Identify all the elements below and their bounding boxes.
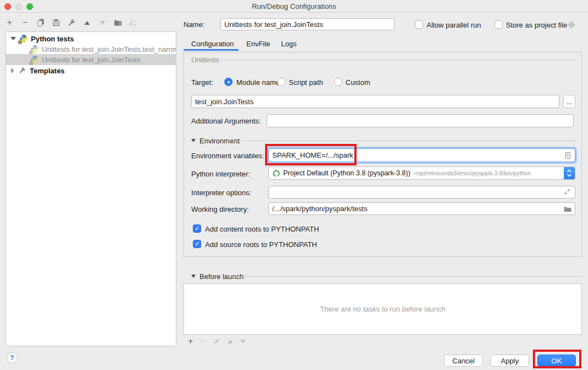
svg-text:z: z xyxy=(134,23,136,27)
radio-custom-label[interactable]: Custom xyxy=(346,78,370,87)
chevron-down-icon[interactable] xyxy=(10,37,16,40)
additional-arguments-label: Additional Arguments: xyxy=(191,117,261,125)
radio-script-path-label[interactable]: Script path xyxy=(289,78,323,87)
apply-button[interactable]: Apply xyxy=(490,355,529,367)
active-tab-indicator xyxy=(184,49,239,51)
tree-item-templates[interactable]: Templates xyxy=(6,65,176,76)
add-task-button[interactable]: + xyxy=(188,337,193,346)
remove-task-button: − xyxy=(200,337,205,346)
tree-item-python-tests[interactable]: Python tests xyxy=(6,33,176,44)
radio-module-name-label[interactable]: Module name xyxy=(236,78,280,87)
tree-item-label: Unittests for test_join.JoinTests.test_n… xyxy=(42,45,176,53)
environment-variables-value: SPARK_HOME=/.../spark xyxy=(272,151,353,159)
radio-custom[interactable] xyxy=(334,78,342,86)
module-name-input[interactable]: test_join.JoinTests xyxy=(191,95,559,108)
module-name-value: test_join.JoinTests xyxy=(195,98,253,106)
browse-module-button[interactable]: ... xyxy=(563,95,575,108)
tree-item-label: Unittests for test_join.JoinTests xyxy=(42,56,141,64)
edit-templates-button[interactable] xyxy=(67,18,76,28)
python-interpreter-value: Project Default (Python 3.8 (pyspark-3.8… xyxy=(283,169,411,177)
radio-script-path[interactable] xyxy=(277,78,285,86)
titlebar: Run/Debug Configurations xyxy=(0,0,588,13)
allow-parallel-run-label: Allow parallel run xyxy=(427,21,481,29)
python-interpreter-label: Python interpreter: xyxy=(191,170,250,178)
remove-configuration-button[interactable]: − xyxy=(20,18,30,28)
name-value: Unittests for test_join.JoinTests xyxy=(224,20,323,29)
configurations-tree: Python tests Unittests for test_join.Joi… xyxy=(6,31,176,346)
add-source-roots-label[interactable]: Add source roots to PYTHONPATH xyxy=(205,240,317,249)
run-debug-configurations-dialog: Run/Debug Configurations + − az xyxy=(0,0,588,370)
sort-configurations-button: az xyxy=(128,18,138,28)
cancel-button[interactable]: Cancel xyxy=(444,355,483,367)
add-content-roots-checkbox[interactable] xyxy=(193,224,201,233)
move-task-down-icon xyxy=(240,340,246,344)
help-button[interactable]: ? xyxy=(7,352,18,363)
python-test-icon xyxy=(30,45,39,53)
tree-item-label: Templates xyxy=(30,67,64,75)
add-content-roots-label[interactable]: Add content roots to PYTHONPATH xyxy=(205,225,319,233)
dropdown-stepper-icon[interactable] xyxy=(564,167,575,179)
tree-item-unittests-jointests-selected[interactable]: Unittests for test_join.JoinTests xyxy=(6,54,176,65)
arrow-up-icon xyxy=(84,21,90,25)
working-directory-value: /.../spark/python/pyspark/tests xyxy=(272,205,368,213)
python-interpreter-path: ~/opt/miniconda3/envs/pyspark-3.8/bin/py… xyxy=(413,170,531,176)
tab-configuration[interactable]: Configuration xyxy=(191,40,234,48)
target-label: Target: xyxy=(191,78,213,87)
before-launch-empty-text: There are no tasks to run before launch xyxy=(320,305,446,313)
store-as-project-file-label: Store as project file xyxy=(506,21,567,29)
store-as-project-file-checkbox[interactable] xyxy=(494,20,503,29)
tree-item-unittests-test-narrow[interactable]: Unittests for test_join.JoinTests.test_n… xyxy=(6,44,176,55)
test-badge-icon xyxy=(29,61,33,65)
move-task-up-icon xyxy=(228,340,233,344)
copy-icon xyxy=(36,18,45,27)
move-up-button[interactable] xyxy=(82,18,91,28)
svg-text:a: a xyxy=(134,19,136,23)
arrow-down-icon xyxy=(100,21,105,25)
tab-envfile[interactable]: EnvFile xyxy=(246,40,270,48)
add-source-roots-checkbox[interactable] xyxy=(193,240,201,248)
environment-separator xyxy=(226,141,576,141)
before-launch-task-list: There are no tasks to run before launch xyxy=(184,283,582,335)
before-launch-separator xyxy=(224,276,582,277)
interpreter-options-input[interactable] xyxy=(268,186,575,199)
unittests-group-separator xyxy=(212,60,576,60)
edit-variables-icon[interactable] xyxy=(563,151,572,160)
python-tests-icon xyxy=(19,34,28,43)
edit-task-pencil-icon xyxy=(213,337,220,345)
tab-logs[interactable]: Logs xyxy=(281,40,296,48)
environment-variables-input[interactable]: SPARK_HOME=/.../spark xyxy=(268,148,575,162)
gear-icon[interactable] xyxy=(567,20,576,29)
save-configuration-button[interactable] xyxy=(51,18,61,28)
radio-module-name[interactable] xyxy=(224,78,233,86)
add-configuration-button[interactable]: + xyxy=(5,18,14,28)
save-icon xyxy=(52,18,61,27)
python-interpreter-select[interactable]: Project Default (Python 3.8 (pyspark-3.8… xyxy=(268,167,575,180)
move-down-button xyxy=(98,18,107,28)
allow-parallel-run-checkbox[interactable] xyxy=(415,20,423,29)
environment-collapse-icon[interactable] xyxy=(191,139,196,142)
interpreter-options-label: Interpreter options: xyxy=(191,189,251,197)
folder-icon[interactable] xyxy=(563,205,572,213)
ok-button[interactable]: OK xyxy=(537,355,576,367)
environment-variables-label: Environment variables: xyxy=(191,152,264,160)
conda-env-icon xyxy=(272,169,280,178)
sidebar-toolbar: + − az xyxy=(5,17,138,28)
minus-icon: − xyxy=(23,18,28,27)
wrench-icon xyxy=(67,18,76,27)
folder-add-icon xyxy=(114,18,122,27)
additional-arguments-input[interactable] xyxy=(267,114,574,127)
chevron-right-icon[interactable] xyxy=(11,68,14,73)
working-directory-label: Working directory: xyxy=(191,205,249,213)
new-folder-button[interactable] xyxy=(113,18,122,28)
copy-configuration-button[interactable] xyxy=(36,18,45,28)
name-input[interactable]: Unittests for test_join.JoinTests xyxy=(220,18,395,30)
before-launch-toolbar: + − xyxy=(188,336,246,346)
python-test-icon xyxy=(30,55,39,64)
expand-field-icon[interactable] xyxy=(563,188,572,197)
name-label: Name: xyxy=(184,20,204,29)
sort-az-icon: az xyxy=(129,18,138,27)
working-directory-input[interactable]: /.../spark/python/pyspark/tests xyxy=(268,202,575,215)
tree-item-label: Python tests xyxy=(31,35,74,43)
before-launch-collapse-icon[interactable] xyxy=(191,275,196,278)
plus-icon: + xyxy=(7,18,12,27)
